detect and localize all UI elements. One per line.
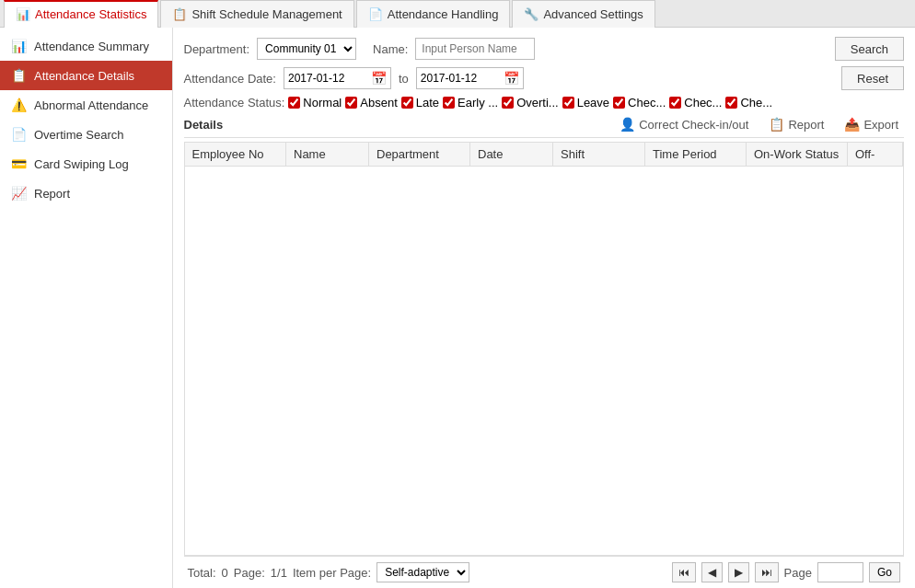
page-number-input[interactable]	[817, 562, 863, 582]
total-label: Total:	[188, 566, 216, 580]
sidebar-item-card-swiping-log[interactable]: 💳 Card Swiping Log	[0, 149, 172, 179]
attendance-handling-icon: 📄	[368, 7, 383, 21]
sidebar-item-report[interactable]: 📈 Report	[0, 179, 172, 208]
details-actions: 👤 Correct Check-in/out 📋 Report 📤 Export	[614, 115, 904, 133]
department-label: Department:	[184, 42, 250, 56]
attendance-summary-icon: 📊	[11, 39, 27, 53]
checkbox-leave[interactable]	[562, 97, 574, 109]
sidebar: 📊 Attendance Summary 📋 Attendance Detail…	[0, 28, 173, 588]
item-per-page-select[interactable]: Self-adaptive 10 20 50	[376, 562, 469, 582]
status-early: Early ...	[443, 96, 498, 110]
table-container[interactable]: Employee No Name Department Date Shift	[184, 142, 905, 556]
col-on-work-status: On-Work Status	[747, 143, 848, 167]
last-page-button[interactable]: ⏭	[755, 562, 779, 582]
overtime-search-icon: 📄	[11, 127, 27, 142]
next-page-button[interactable]: ▶	[728, 562, 749, 582]
page-label: Page:	[234, 566, 265, 580]
tab-attendance-statistics[interactable]: 📊 Attendance Statistics	[4, 0, 158, 28]
attendance-details-icon: 📋	[11, 68, 27, 83]
person-icon: 👤	[620, 117, 635, 132]
date-from-wrap: 📅	[284, 67, 391, 89]
advanced-settings-icon: 🔧	[524, 7, 539, 21]
status-check2: Chec...	[669, 96, 722, 110]
name-label: Name:	[373, 42, 408, 56]
filter-row-1: Department: Community 01 Community 02 Al…	[184, 37, 905, 61]
checkbox-check3[interactable]	[725, 97, 737, 109]
tab-advanced-settings[interactable]: 🔧 Advanced Settings	[512, 0, 654, 28]
main-layout: 📊 Attendance Summary 📋 Attendance Detail…	[0, 28, 915, 588]
pagination-bar: Total: 0 Page: 1/1 Item per Page: Self-a…	[184, 556, 905, 588]
page-input-label: Page	[784, 566, 812, 580]
to-label: to	[399, 72, 409, 86]
status-row: Attendance Status: Normal Absent Late Ea…	[184, 96, 905, 110]
details-title: Details	[184, 118, 224, 132]
sidebar-item-attendance-summary[interactable]: 📊 Attendance Summary	[0, 31, 172, 61]
first-page-button[interactable]: ⏮	[672, 562, 696, 582]
attendance-table: Employee No Name Department Date Shift	[185, 143, 904, 167]
status-absent: Absent	[345, 96, 397, 110]
table-header-row: Employee No Name Department Date Shift	[185, 143, 903, 167]
attendance-date-label: Attendance Date:	[184, 72, 276, 86]
report-button[interactable]: 📋 Report	[763, 115, 829, 133]
prev-page-button[interactable]: ◀	[701, 562, 723, 582]
tab-attendance-handling[interactable]: 📄 Attendance Handling	[356, 0, 511, 28]
sidebar-item-attendance-details[interactable]: 📋 Attendance Details	[0, 61, 172, 90]
report-icon: 📈	[11, 186, 27, 201]
content-area: Department: Community 01 Community 02 Al…	[173, 28, 916, 588]
date-from-input[interactable]	[284, 70, 367, 86]
page-value: 1/1	[271, 566, 287, 580]
go-button[interactable]: Go	[869, 562, 900, 582]
export-icon: 📤	[844, 117, 860, 132]
attendance-statistics-icon: 📊	[16, 7, 30, 21]
total-value: 0	[222, 566, 228, 580]
shift-schedule-icon: 📋	[172, 7, 187, 21]
name-input[interactable]	[415, 38, 535, 60]
col-shift: Shift	[553, 143, 645, 167]
col-employee-no: Employee No	[185, 143, 286, 167]
status-late: Late	[401, 96, 439, 110]
status-label: Attendance Status:	[184, 96, 285, 110]
status-leave: Leave	[562, 96, 609, 110]
department-select[interactable]: Community 01 Community 02 All	[257, 38, 356, 60]
col-department: Department	[369, 143, 470, 167]
checkbox-check2[interactable]	[669, 97, 681, 109]
sidebar-item-overtime-search[interactable]: 📄 Overtime Search	[0, 120, 172, 149]
card-swiping-icon: 💳	[11, 156, 27, 171]
calendar-from-icon[interactable]: 📅	[367, 69, 390, 87]
details-header: Details 👤 Correct Check-in/out 📋 Report …	[184, 115, 905, 138]
col-date: Date	[470, 143, 553, 167]
report-action-icon: 📋	[769, 117, 784, 132]
col-off: Off-	[848, 143, 903, 167]
sidebar-item-abnormal-attendance[interactable]: ⚠️ Abnormal Attendance	[0, 90, 172, 120]
filter-row-2: Attendance Date: 📅 to 📅 Reset	[184, 66, 905, 90]
checkbox-normal[interactable]	[288, 97, 300, 109]
export-button[interactable]: 📤 Export	[839, 115, 904, 133]
status-overtime: Overti...	[502, 96, 559, 110]
col-time-period: Time Period	[645, 143, 747, 167]
date-to-wrap: 📅	[416, 67, 524, 89]
date-to-input[interactable]	[417, 70, 500, 86]
reset-button[interactable]: Reset	[841, 66, 904, 90]
top-tab-bar: 📊 Attendance Statistics 📋 Shift Schedule…	[0, 0, 915, 28]
col-name: Name	[286, 143, 369, 167]
correct-checkinout-button[interactable]: 👤 Correct Check-in/out	[614, 115, 754, 133]
checkbox-late[interactable]	[401, 97, 413, 109]
checkbox-early[interactable]	[443, 97, 455, 109]
search-button[interactable]: Search	[835, 37, 904, 61]
tab-shift-schedule[interactable]: 📋 Shift Schedule Management	[160, 0, 353, 28]
status-check1: Chec...	[613, 96, 666, 110]
checkbox-overtime[interactable]	[502, 97, 514, 109]
checkbox-absent[interactable]	[345, 97, 357, 109]
item-per-page-label: Item per Page:	[293, 566, 371, 580]
checkbox-check1[interactable]	[613, 97, 625, 109]
status-normal: Normal	[288, 96, 342, 110]
status-check3: Che...	[725, 96, 772, 110]
calendar-to-icon[interactable]: 📅	[500, 69, 523, 87]
abnormal-attendance-icon: ⚠️	[11, 98, 27, 112]
